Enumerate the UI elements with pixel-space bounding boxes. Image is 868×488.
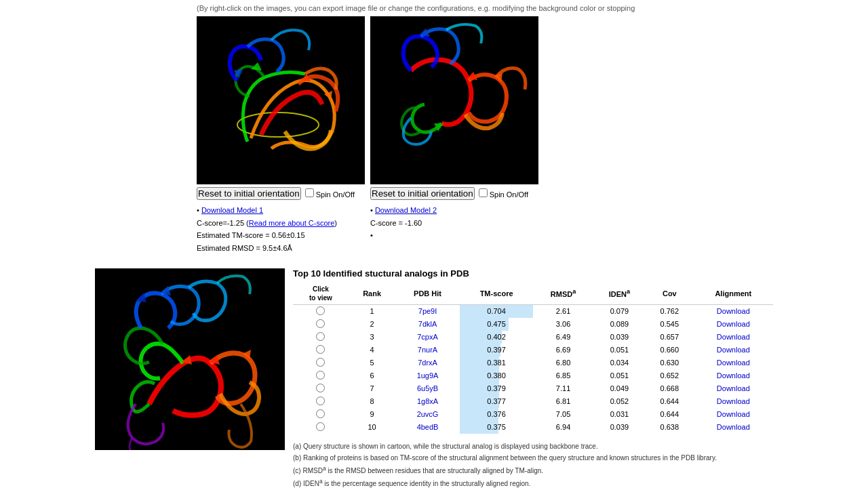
select-radio-2[interactable] — [316, 319, 325, 328]
cell-rmsd: 6.85 — [533, 369, 593, 382]
table-row: 76u5yB0.3797.110.0490.668Download — [293, 382, 773, 395]
cell-pdb[interactable]: 7dklA — [395, 318, 459, 331]
cell-alignment[interactable]: Download — [694, 369, 773, 382]
cell-tm-score: 0.402 — [460, 331, 534, 344]
cell-iden1: 0.089 — [593, 318, 646, 331]
table-row: 61ug9A0.3806.850.0510.652Download — [293, 369, 773, 382]
cell-iden1: 0.031 — [593, 408, 646, 421]
cell-tm-score: 0.377 — [460, 395, 534, 408]
cell-alignment[interactable]: Download — [694, 395, 773, 408]
viewer2-download[interactable]: • Download Model 2 — [370, 204, 538, 217]
cell-pdb[interactable]: 4bedB — [395, 421, 459, 434]
cell-iden1: 0.051 — [593, 344, 646, 357]
cell-pdb[interactable]: 1ug9A — [395, 369, 459, 382]
viewer1-cscore: C-score=-1.25 (Read more about C-score) — [197, 217, 365, 230]
cell-rmsd: 6.94 — [533, 421, 593, 434]
cell-alignment[interactable]: Download — [694, 304, 773, 318]
spin-label-2[interactable]: Spin On/Off — [479, 188, 528, 199]
cell-tm-score: 0.475 — [460, 318, 534, 331]
cell-tm-score: 0.704 — [460, 304, 534, 318]
cell-pdb[interactable]: 2uvcG — [395, 408, 459, 421]
svg-point-0 — [237, 113, 319, 137]
cell-alignment[interactable]: Download — [694, 318, 773, 331]
table-row: 17pe9I0.7042.610.0790.762Download — [293, 304, 773, 318]
cell-rank: 1 — [349, 304, 395, 318]
footnotes: (a) Query structure is shown in cartoon,… — [293, 441, 773, 488]
cell-alignment[interactable]: Download — [694, 421, 773, 434]
spin-checkbox-2[interactable] — [479, 188, 488, 197]
select-radio-1[interactable] — [316, 306, 325, 315]
cell-pdb[interactable]: 7cpxA — [395, 331, 459, 344]
cell-rmsd: 3.06 — [533, 318, 593, 331]
cell-iden2: 0.668 — [646, 382, 694, 395]
select-radio-9[interactable] — [316, 409, 325, 418]
select-radio-6[interactable] — [316, 371, 325, 380]
cell-rmsd: 2.61 — [533, 304, 593, 318]
cell-rank: 9 — [349, 408, 395, 421]
table-row: 47nurA0.3976.690.0510.660Download — [293, 344, 773, 357]
select-radio-8[interactable] — [316, 396, 325, 405]
col-iden: IDENa — [593, 283, 646, 305]
cell-pdb[interactable]: 6u5yB — [395, 382, 459, 395]
reset-orientation-btn-2[interactable]: Reset to initial orientation — [370, 187, 475, 200]
cell-pdb[interactable]: 7pe9I — [395, 304, 459, 318]
reset-orientation-btn-1[interactable]: Reset to initial orientation — [197, 187, 301, 200]
select-radio-10[interactable] — [316, 422, 325, 431]
spin-checkbox-1[interactable] — [305, 188, 314, 197]
cell-iden2: 0.762 — [646, 304, 694, 318]
table-section: Top 10 Identified stuctural analogs in P… — [293, 268, 773, 488]
cell-iden1: 0.051 — [593, 369, 646, 382]
cell-pdb[interactable]: 7drxA — [395, 357, 459, 369]
footnote-c: (c) RMSDa is the RMSD between residues t… — [293, 464, 773, 476]
cell-tm-score: 0.397 — [460, 344, 534, 357]
cell-rmsd: 7.05 — [533, 408, 593, 421]
cell-alignment[interactable]: Download — [694, 382, 773, 395]
select-radio-3[interactable] — [316, 332, 325, 341]
footnote-b: (b) Ranking of proteins is based on TM-s… — [293, 452, 773, 464]
bottom-viewer-panel — [95, 268, 285, 488]
table-row: 92uvcG0.3767.050.0310.644Download — [293, 408, 773, 421]
col-click: Clickto view — [293, 283, 349, 305]
cell-rmsd: 6.69 — [533, 344, 593, 357]
cell-iden2: 0.644 — [646, 395, 694, 408]
cell-iden2: 0.652 — [646, 369, 694, 382]
cell-rank: 4 — [349, 344, 395, 357]
select-radio-5[interactable] — [316, 358, 325, 367]
cell-alignment[interactable]: Download — [694, 357, 773, 369]
cell-pdb[interactable]: 1g8xA — [395, 395, 459, 408]
cell-rank: 7 — [349, 382, 395, 395]
cell-iden2: 0.644 — [646, 408, 694, 421]
table-row: 104bedB0.3756.940.0390.638Download — [293, 421, 773, 434]
viewer2-cscore: C-score = -1.60 — [370, 217, 538, 230]
cell-pdb[interactable]: 7nurA — [395, 344, 459, 357]
cell-iden2: 0.630 — [646, 357, 694, 369]
cell-rank: 2 — [349, 318, 395, 331]
select-radio-4[interactable] — [316, 345, 325, 354]
viewer-canvas-1 — [197, 16, 365, 184]
cell-alignment[interactable]: Download — [694, 331, 773, 344]
cell-iden2: 0.545 — [646, 318, 694, 331]
select-radio-7[interactable] — [316, 384, 325, 392]
cell-alignment[interactable]: Download — [694, 344, 773, 357]
cell-iden1: 0.034 — [593, 357, 646, 369]
cell-iden2: 0.660 — [646, 344, 694, 357]
cell-rank: 8 — [349, 395, 395, 408]
footnote-d: (d) IDENa is the percentage sequence ide… — [293, 476, 773, 488]
cell-rmsd: 6.49 — [533, 331, 593, 344]
cell-alignment[interactable]: Download — [694, 408, 773, 421]
spin-label-1[interactable]: Spin On/Off — [305, 188, 355, 199]
col-rank: Rank — [349, 283, 395, 305]
cell-rank: 6 — [349, 369, 395, 382]
cell-rmsd: 7.11 — [533, 382, 593, 395]
footnote-a: (a) Query structure is shown in cartoon,… — [293, 441, 773, 452]
table-row: 81g8xA0.3776.810.0520.644Download — [293, 395, 773, 408]
viewer1-download[interactable]: • Download Model 1 — [197, 204, 365, 217]
cscore-link[interactable]: Read more about C-score — [249, 219, 335, 227]
col-rmsd: RMSDa — [533, 283, 593, 305]
table-row: 57drxA0.3816.800.0340.630Download — [293, 357, 773, 369]
cell-iden1: 0.039 — [593, 421, 646, 434]
cell-iden2: 0.657 — [646, 331, 694, 344]
cell-iden1: 0.049 — [593, 382, 646, 395]
cell-iden1: 0.039 — [593, 331, 646, 344]
viewer1-tm: Estimated TM-score = 0.56±0.15 — [197, 229, 365, 242]
